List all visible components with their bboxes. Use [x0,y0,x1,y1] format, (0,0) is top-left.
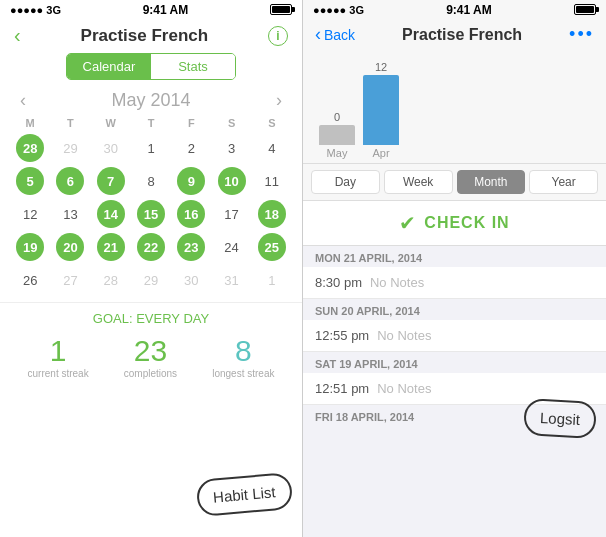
chart-bar-apr-bar [363,75,399,145]
chart-area: 0 May 12 Apr [303,51,606,164]
cal-day-28b[interactable]: 28 [91,265,131,295]
tab-month[interactable]: Month [457,170,526,194]
check-icon: ✔ [399,211,416,235]
cal-week-4: 19 20 21 22 23 24 25 [10,232,292,262]
longest-streak-value: 8 [235,336,252,366]
cal-day-5[interactable]: 5 [10,166,50,196]
cal-day-14[interactable]: 14 [91,199,131,229]
right-header: ‹ Back Practise French ••• [303,20,606,51]
cal-day-11[interactable]: 11 [252,166,292,196]
goal-label: GOAL: EVERY DAY [0,302,302,330]
cal-day-10[interactable]: 10 [211,166,251,196]
cal-week-3: 12 13 14 15 16 17 18 [10,199,292,229]
cal-week-1: 28 29 30 1 2 3 4 [10,133,292,163]
left-battery [270,4,292,17]
stats-tab[interactable]: Stats [151,54,235,79]
info-icon[interactable]: i [268,26,288,46]
annotation-habit-list: Habit List [196,472,293,517]
log-entry-sun20-1[interactable]: 12:55 pm No Notes [303,320,606,352]
chart-bar-apr: 12 Apr [363,61,399,159]
stats-row: 1 current streak 23 completions 8 longes… [0,330,302,379]
left-bottom: GOAL: EVERY DAY 1 current streak 23 comp… [0,298,302,537]
cal-week-2: 5 6 7 8 9 10 11 [10,166,292,196]
time-tabs: Day Week Month Year [303,164,606,201]
col-header-f: F [171,117,211,129]
cal-day-6[interactable]: 6 [50,166,90,196]
tab-week[interactable]: Week [384,170,453,194]
cal-day-31[interactable]: 31 [211,265,251,295]
chart-month-apr: Apr [372,147,389,159]
cal-day-4[interactable]: 4 [252,133,292,163]
log-date-header-sun20: SUN 20 APRIL, 2014 [303,299,606,320]
current-streak-stat: 1 current streak [28,336,89,379]
segmented-control: Calendar Stats [66,53,236,80]
cal-day-23[interactable]: 23 [171,232,211,262]
cal-day-8[interactable]: 8 [131,166,171,196]
cal-day-20[interactable]: 20 [50,232,90,262]
cal-day-1b[interactable]: 1 [252,265,292,295]
cal-day-28[interactable]: 28 [10,133,50,163]
back-button[interactable]: ‹ Back [315,24,355,45]
right-signal: ●●●●● 3G [313,4,364,16]
log-date-header-mon21: MON 21 APRIL, 2014 [303,246,606,267]
completions-label: completions [124,368,177,379]
cal-day-15[interactable]: 15 [131,199,171,229]
left-signal: ●●●●● 3G [10,4,61,16]
cal-day-3[interactable]: 3 [211,133,251,163]
calendar-tab[interactable]: Calendar [67,54,151,79]
log-note-sun20-1: No Notes [377,328,431,343]
back-label: Back [324,27,355,43]
col-header-s2: S [252,117,292,129]
log-time-sat19-1: 12:51 pm [315,381,369,396]
cal-day-12[interactable]: 12 [10,199,50,229]
cal-day-19[interactable]: 19 [10,232,50,262]
current-streak-label: current streak [28,368,89,379]
chart-bar-may: 0 May [319,111,355,159]
more-options-button[interactable]: ••• [569,24,594,45]
cal-day-13[interactable]: 13 [50,199,90,229]
right-status-bar: ●●●●● 3G 9:41 AM [303,0,606,20]
cal-day-25[interactable]: 25 [252,232,292,262]
left-title: Practise French [81,26,209,46]
cal-day-26[interactable]: 26 [10,265,50,295]
checkin-button[interactable]: ✔ CHECK IN [303,201,606,246]
prev-month-button[interactable]: ‹ [20,90,26,111]
month-year-label: May 2014 [111,90,190,111]
next-month-button[interactable]: › [276,90,282,111]
completions-stat: 23 completions [124,336,177,379]
left-status-bar: ●●●●● 3G 9:41 AM [0,0,302,20]
cal-day-22[interactable]: 22 [131,232,171,262]
left-panel: ●●●●● 3G 9:41 AM ‹ Practise French i Cal… [0,0,303,537]
cal-day-1[interactable]: 1 [131,133,171,163]
cal-day-2[interactable]: 2 [171,133,211,163]
left-time: 9:41 AM [143,3,189,17]
col-header-s1: S [211,117,251,129]
back-chevron-icon: ‹ [315,24,321,45]
cal-day-7[interactable]: 7 [91,166,131,196]
tab-year[interactable]: Year [529,170,598,194]
cal-week-5: 26 27 28 29 30 31 1 [10,265,292,295]
log-entry-sat19-1[interactable]: 12:51 pm No Notes [303,373,606,405]
cal-day-16[interactable]: 16 [171,199,211,229]
cal-day-17[interactable]: 17 [211,199,251,229]
log-note-sat19-1: No Notes [377,381,431,396]
cal-day-24[interactable]: 24 [211,232,251,262]
cal-day-27b[interactable]: 27 [50,265,90,295]
longest-streak-label: longest streak [212,368,274,379]
back-arrow-left[interactable]: ‹ [14,24,21,47]
checkin-label: CHECK IN [424,214,509,232]
cal-day-29[interactable]: 29 [50,133,90,163]
col-header-m: M [10,117,50,129]
cal-day-18[interactable]: 18 [252,199,292,229]
log-entry-mon21-1[interactable]: 8:30 pm No Notes [303,267,606,299]
cal-day-30[interactable]: 30 [91,133,131,163]
log-date-header-fri18: FRI 18 APRIL, 2014 [303,405,606,426]
cal-day-21[interactable]: 21 [91,232,131,262]
right-time: 9:41 AM [446,3,492,17]
cal-day-30b[interactable]: 30 [171,265,211,295]
tab-day[interactable]: Day [311,170,380,194]
log-note-mon21-1: No Notes [370,275,424,290]
cal-day-29b[interactable]: 29 [131,265,171,295]
cal-day-9[interactable]: 9 [171,166,211,196]
calendar-grid: M T W T F S S 28 29 30 1 2 3 4 5 6 7 8 9… [0,117,302,298]
